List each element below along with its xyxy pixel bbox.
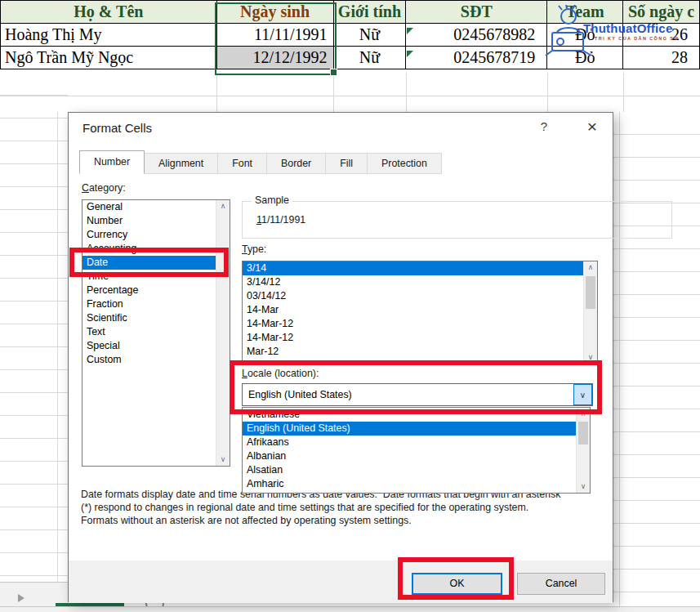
tab-protection[interactable]: Protection bbox=[367, 153, 442, 174]
cell-name[interactable]: Hoàng Thị My bbox=[1, 24, 217, 47]
category-item[interactable]: Number bbox=[82, 214, 230, 228]
category-item[interactable]: Scientific bbox=[82, 311, 230, 325]
category-item[interactable]: Custom bbox=[82, 353, 230, 367]
tab-alignment[interactable]: Alignment bbox=[144, 153, 218, 174]
type-item[interactable]: 14-Mar bbox=[243, 303, 597, 317]
scroll-down-icon[interactable]: ∨ bbox=[584, 351, 597, 364]
cell-days[interactable]: 28 bbox=[623, 47, 700, 69]
locale-item[interactable]: Alsatian bbox=[243, 463, 590, 477]
cell-birthdate-selected[interactable]: 12/12/1992 bbox=[217, 47, 334, 69]
category-item-selected[interactable]: Date bbox=[82, 256, 216, 270]
cell-birthdate[interactable]: 11/11/1991 bbox=[217, 24, 334, 47]
table-row: Ngô Trần Mỹ Ngọc 12/12/1992 Nữ 024567871… bbox=[0, 47, 700, 69]
category-item[interactable]: Text bbox=[82, 325, 230, 339]
table-header-row: Họ & Tên Ngày sinh Giới tính SĐT Team Số… bbox=[0, 1, 700, 24]
type-item[interactable]: Mar-12 bbox=[243, 345, 597, 359]
locale-label: Locale (location): bbox=[242, 368, 319, 379]
category-item[interactable]: Special bbox=[82, 339, 230, 353]
category-listbox: General Number Currency Accounting Date … bbox=[82, 199, 230, 467]
column-header-days[interactable]: Số ngày c bbox=[623, 1, 700, 24]
tab-fill[interactable]: Fill bbox=[325, 153, 368, 174]
category-item[interactable]: Time bbox=[82, 270, 230, 284]
description-line: (*) respond to changes in regional date … bbox=[81, 501, 560, 514]
type-item-selected[interactable]: 3/14 bbox=[243, 261, 584, 275]
dialog-tab-strip: Number Alignment Font Border Fill Protec… bbox=[80, 150, 442, 174]
ok-button[interactable]: OK bbox=[412, 573, 502, 595]
type-item[interactable]: 14-Mar-12 bbox=[243, 331, 597, 345]
sheet-nav-arrow-icon[interactable] bbox=[18, 594, 25, 602]
category-scrollbar[interactable]: ∧ ∨ bbox=[216, 200, 230, 466]
cell-name[interactable]: Ngô Trần Mỹ Ngọc bbox=[1, 47, 217, 69]
type-item[interactable]: 3/14/12 bbox=[243, 275, 597, 289]
scroll-down-icon[interactable]: ∨ bbox=[216, 453, 230, 466]
locale-scrollbar[interactable]: ∧ ∨ bbox=[576, 408, 590, 493]
error-indicator-icon bbox=[407, 28, 413, 34]
tab-font[interactable]: Font bbox=[217, 153, 267, 174]
type-listbox: 3/14 3/14/12 03/14/12 14-Mar 14-Mar-12 1… bbox=[242, 261, 598, 364]
locale-combobox[interactable]: English (United States) ∨ bbox=[242, 383, 593, 406]
scroll-down-icon[interactable]: ∨ bbox=[577, 480, 590, 493]
type-scrollbar[interactable]: ∧ ∨ bbox=[583, 261, 597, 364]
cell-phone[interactable]: 0245678982 bbox=[406, 24, 547, 47]
column-header-birthdate[interactable]: Ngày sinh bbox=[217, 1, 334, 24]
combo-dropdown-button[interactable]: ∨ bbox=[573, 384, 592, 405]
locale-item[interactable]: Vietnamese bbox=[243, 408, 590, 422]
tab-number[interactable]: Number bbox=[79, 150, 145, 174]
locale-item[interactable]: Afrikaans bbox=[243, 436, 590, 449]
description-line: Formats without an asterisk are not affe… bbox=[81, 514, 560, 527]
category-item[interactable]: Currency bbox=[82, 228, 230, 242]
grid-right-margin bbox=[613, 112, 700, 606]
error-indicator-icon bbox=[407, 51, 413, 57]
category-item[interactable]: General bbox=[82, 200, 230, 214]
cell-phone[interactable]: 0245678719 bbox=[406, 47, 547, 69]
locale-item[interactable]: Albanian bbox=[243, 449, 590, 463]
status-bar bbox=[0, 606, 700, 612]
screenshot-root: Họ & Tên Ngày sinh Giới tính SĐT Team Số… bbox=[0, 0, 700, 612]
fill-handle[interactable] bbox=[330, 69, 337, 76]
dialog-footer: OK Cancel bbox=[69, 561, 613, 603]
category-item[interactable]: Percentage bbox=[82, 284, 230, 297]
cell-gender[interactable]: Nữ bbox=[334, 24, 407, 47]
category-label: Category: bbox=[82, 182, 126, 194]
cancel-button[interactable]: Cancel bbox=[517, 573, 605, 595]
scrollbar-thumb[interactable] bbox=[578, 422, 588, 444]
column-header-gender[interactable]: Giới tính bbox=[334, 1, 407, 24]
scroll-up-icon[interactable]: ∧ bbox=[584, 261, 597, 274]
tab-border[interactable]: Border bbox=[266, 153, 326, 174]
category-item[interactable]: Accounting bbox=[82, 242, 230, 256]
locale-dropdown-list: Vietnamese English (United States) Afrik… bbox=[242, 407, 591, 494]
locale-value: English (United States) bbox=[243, 389, 573, 400]
sample-groupbox bbox=[242, 201, 672, 239]
type-item[interactable]: 03/14/12 bbox=[243, 289, 597, 303]
dialog-title: Format Cells bbox=[82, 121, 152, 135]
sample-value: 11/11/1991 bbox=[256, 214, 305, 226]
scrollbar-thumb[interactable] bbox=[586, 276, 595, 309]
sample-label: Sample bbox=[252, 194, 292, 206]
watermark-tagline: TRI KỶ CỦA DÂN CÔNG SỞ bbox=[595, 36, 679, 41]
column-header-phone[interactable]: SĐT bbox=[406, 1, 547, 24]
watermark-brand: ThuthuatOffice bbox=[583, 21, 672, 35]
scroll-up-icon[interactable]: ∧ bbox=[216, 200, 230, 212]
scroll-up-icon[interactable]: ∧ bbox=[577, 408, 590, 420]
type-item[interactable]: 14-Mar-12 bbox=[243, 317, 597, 331]
close-icon[interactable]: × bbox=[583, 117, 601, 136]
type-label: Type: bbox=[242, 243, 266, 255]
category-item[interactable]: Fraction bbox=[82, 297, 230, 311]
format-description: Date formats display date and time seria… bbox=[81, 488, 560, 527]
locale-item[interactable]: Amharic bbox=[243, 477, 590, 491]
cell-gender[interactable]: Nữ bbox=[334, 47, 407, 69]
column-header-name[interactable]: Họ & Tên bbox=[1, 1, 217, 24]
locale-item-selected[interactable]: English (United States) bbox=[243, 422, 577, 436]
help-icon[interactable]: ? bbox=[536, 119, 552, 133]
format-cells-dialog: Format Cells ? × Number Alignment Font B… bbox=[68, 112, 613, 602]
chevron-down-icon: ∨ bbox=[580, 391, 586, 400]
